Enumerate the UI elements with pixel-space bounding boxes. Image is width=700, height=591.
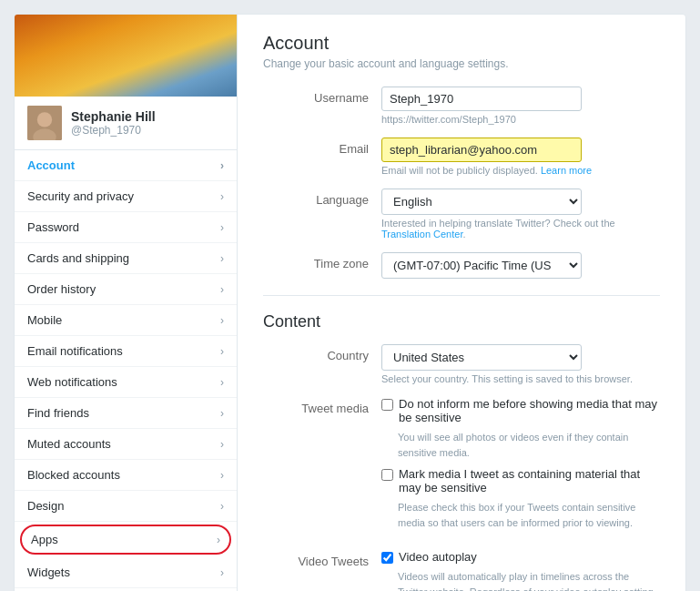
profile-handle: @Steph_1970: [71, 124, 156, 137]
tweet-media-cb1[interactable]: [381, 399, 393, 411]
sidebar-item-mobile[interactable]: Mobile ›: [15, 305, 237, 336]
video-autoplay-hint: Videos will automatically play in timeli…: [398, 569, 660, 591]
tweet-media-cb2-label: Mark media I tweet as containing materia…: [399, 467, 660, 494]
username-label: Username: [263, 87, 381, 105]
chevron-icon: ›: [220, 252, 224, 265]
chevron-icon: ›: [220, 221, 224, 234]
timezone-label: Time zone: [263, 252, 381, 270]
country-hint: Select your country. This setting is sav…: [381, 373, 660, 384]
email-hint: Email will not be publicly displayed. Le…: [381, 165, 660, 176]
tweet-media-hint2: Please check this box if your Tweets con…: [398, 500, 660, 530]
tweet-media-cb1-label: Do not inform me before showing media th…: [399, 397, 660, 424]
sidebar-item-web-notifications[interactable]: Web notifications ›: [15, 367, 237, 398]
sidebar-item-account[interactable]: Account ›: [15, 150, 237, 181]
timezone-field: (GMT-07:00) Pacific Time (US: [381, 252, 660, 279]
sidebar-item-cards[interactable]: Cards and shipping ›: [15, 243, 237, 274]
profile-section: Stephanie Hill @Steph_1970: [15, 97, 237, 150]
chevron-icon: ›: [220, 407, 224, 420]
tweet-media-cb2[interactable]: [381, 469, 393, 481]
language-label: Language: [263, 189, 381, 207]
language-select[interactable]: English: [381, 189, 582, 215]
country-label: Country: [263, 344, 381, 362]
chevron-icon: ›: [220, 469, 224, 482]
account-title: Account: [263, 33, 660, 54]
main-card: Stephanie Hill @Steph_1970 Account › Sec…: [14, 14, 686, 591]
profile-info: Stephanie Hill @Steph_1970: [71, 109, 156, 137]
sidebar-item-orders[interactable]: Order history ›: [15, 274, 237, 305]
content-title: Content: [263, 312, 660, 331]
tweet-media-label: Tweet media: [263, 397, 381, 415]
sidebar-item-widgets[interactable]: Widgets ›: [15, 557, 237, 588]
profile-name: Stephanie Hill: [71, 109, 156, 124]
sidebar-item-design[interactable]: Design ›: [15, 491, 237, 522]
username-url: https://twitter.com/Steph_1970: [381, 114, 660, 125]
sidebar: Stephanie Hill @Steph_1970 Account › Sec…: [15, 15, 238, 591]
tweet-media-hint1: You will see all photos or videos even i…: [398, 430, 660, 460]
page-wrapper: Stephanie Hill @Steph_1970 Account › Sec…: [0, 0, 700, 591]
chevron-icon: ›: [220, 500, 224, 513]
chevron-icon: ›: [220, 438, 224, 451]
video-autoplay-row: Video autoplay: [381, 550, 660, 564]
sidebar-item-find-friends[interactable]: Find friends ›: [15, 398, 237, 429]
avatar: [25, 104, 64, 142]
email-label: Email: [263, 138, 381, 156]
language-hint: Interested in helping translate Twitter?…: [381, 218, 660, 239]
chevron-icon: ›: [217, 534, 220, 546]
translation-center-link[interactable]: Translation Center: [381, 229, 462, 239]
chevron-icon: ›: [220, 566, 224, 579]
tweet-media-row: Tweet media Do not inform me before show…: [263, 397, 660, 537]
video-tweets-row: Video Tweets Video autoplay Videos will …: [263, 550, 660, 591]
sidebar-item-blocked[interactable]: Blocked accounts ›: [15, 460, 237, 491]
country-field: United States Select your country. This …: [381, 344, 660, 384]
nav-list: Account › Security and privacy › Passwor…: [15, 150, 237, 591]
language-field: English Interested in helping translate …: [381, 189, 660, 239]
video-tweets-label: Video Tweets: [263, 550, 381, 568]
email-row: Email Email will not be publicly display…: [263, 138, 660, 176]
chevron-icon: ›: [220, 376, 224, 389]
sidebar-item-apps[interactable]: Apps ›: [20, 525, 231, 555]
chevron-icon: ›: [220, 345, 224, 358]
sidebar-item-muted[interactable]: Muted accounts ›: [15, 429, 237, 460]
content-section: Content Country United States Select you…: [263, 312, 660, 591]
timezone-row: Time zone (GMT-07:00) Pacific Time (US: [263, 252, 660, 279]
chevron-icon: ›: [220, 159, 224, 172]
chevron-icon: ›: [220, 190, 224, 203]
timezone-select[interactable]: (GMT-07:00) Pacific Time (US: [381, 252, 582, 279]
username-row: Username https://twitter.com/Steph_1970: [263, 87, 660, 125]
username-field: https://twitter.com/Steph_1970: [381, 87, 660, 125]
video-autoplay-label: Video autoplay: [399, 550, 477, 564]
language-row: Language English Interested in helping t…: [263, 189, 660, 239]
country-row: Country United States Select your countr…: [263, 344, 660, 384]
email-learn-more-link[interactable]: Learn more: [541, 165, 592, 176]
username-input[interactable]: [381, 87, 582, 111]
tweet-media-cb2-row: Mark media I tweet as containing materia…: [381, 467, 660, 494]
svg-point-1: [37, 112, 52, 127]
section-divider: [263, 295, 660, 296]
sidebar-item-security[interactable]: Security and privacy ›: [15, 181, 237, 212]
content-area: Account Change your basic account and la…: [238, 15, 685, 591]
video-autoplay-checkbox[interactable]: [381, 552, 393, 564]
tweet-media-field: Do not inform me before showing media th…: [381, 397, 660, 537]
video-tweets-field: Video autoplay Videos will automatically…: [381, 550, 660, 591]
tweet-media-cb1-row: Do not inform me before showing media th…: [381, 397, 660, 424]
email-field: Email will not be publicly displayed. Le…: [381, 138, 660, 176]
account-section: Account Change your basic account and la…: [263, 33, 660, 279]
chevron-icon: ›: [220, 283, 224, 296]
profile-banner: [15, 15, 237, 97]
email-input[interactable]: [381, 138, 582, 162]
chevron-icon: ›: [220, 314, 224, 327]
sidebar-item-email-notifications[interactable]: Email notifications ›: [15, 336, 237, 367]
sidebar-item-password[interactable]: Password ›: [15, 212, 237, 243]
country-select[interactable]: United States: [381, 344, 582, 371]
account-subtitle: Change your basic account and language s…: [263, 57, 660, 70]
